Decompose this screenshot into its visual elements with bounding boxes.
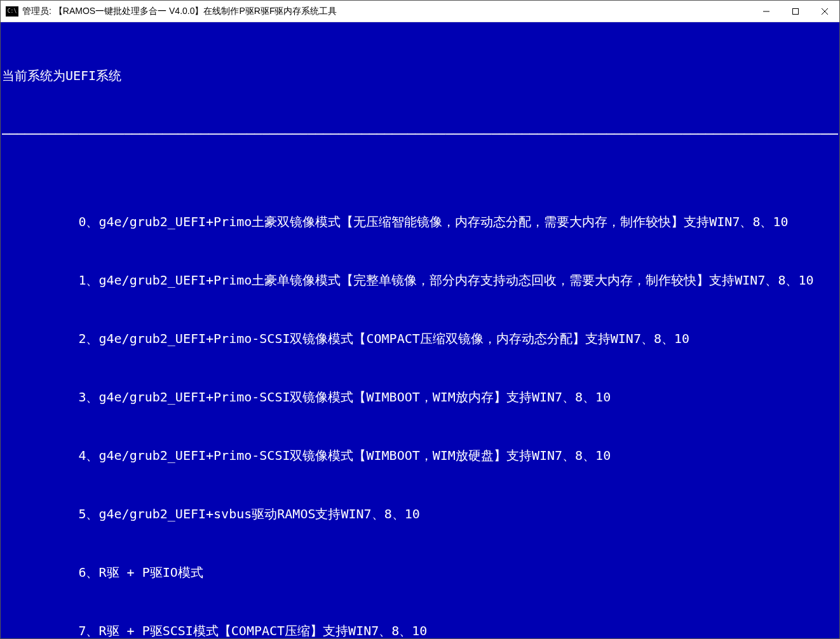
blank-line [2, 98, 838, 112]
menu-option-1: 1、g4e/grub2_UEFI+Primo土豪单镜像模式【完整单镜像，部分内存… [2, 273, 838, 288]
menu-option-5: 5、g4e/grub2_UEFI+svbus驱动RAMOS支持WIN7、8、10 [2, 507, 838, 521]
window-title: 管理员: 【RAMOS一键批处理多合一 V4.0.0】在线制作P驱R驱F驱内存系… [22, 6, 337, 17]
separator-line: ────────────────────────────────────────… [2, 127, 838, 142]
cmd-icon [6, 6, 18, 17]
blank-line [2, 536, 838, 551]
menu-option-4: 4、g4e/grub2_UEFI+Primo-SCSI双镜像模式【WIMBOOT… [2, 448, 838, 463]
close-button[interactable] [810, 1, 839, 22]
cmd-window: 管理员: 【RAMOS一键批处理多合一 V4.0.0】在线制作P驱R驱F驱内存系… [0, 0, 840, 639]
menu-option-6: 6、R驱 + P驱IO模式 [2, 565, 838, 580]
console-area[interactable]: 当前系统为UEFI系统 ────────────────────────────… [1, 22, 839, 638]
blank-line [2, 595, 838, 609]
maximize-button[interactable] [781, 1, 810, 22]
menu-option-2: 2、g4e/grub2_UEFI+Primo-SCSI双镜像模式【COMPACT… [2, 332, 838, 346]
system-header: 当前系统为UEFI系统 [2, 69, 838, 83]
titlebar[interactable]: 管理员: 【RAMOS一键批处理多合一 V4.0.0】在线制作P驱R驱F驱内存系… [1, 1, 839, 22]
menu-option-0: 0、g4e/grub2_UEFI+Primo土豪双镜像模式【无压缩智能镜像，内存… [2, 215, 838, 229]
blank-line [2, 419, 838, 434]
svg-rect-1 [793, 8, 799, 14]
minimize-button[interactable] [752, 1, 781, 22]
menu-option-7: 7、R驱 + P驱SCSI模式【COMPACT压缩】支持WIN7、8、10 [2, 624, 838, 638]
blank-line [2, 156, 838, 171]
blank-line [2, 478, 838, 492]
menu-option-3: 3、g4e/grub2_UEFI+Primo-SCSI双镜像模式【WIMBOOT… [2, 390, 838, 405]
blank-line [2, 244, 838, 259]
blank-line [2, 185, 838, 200]
blank-line [2, 39, 838, 54]
blank-line [2, 302, 838, 317]
blank-line [2, 361, 838, 375]
